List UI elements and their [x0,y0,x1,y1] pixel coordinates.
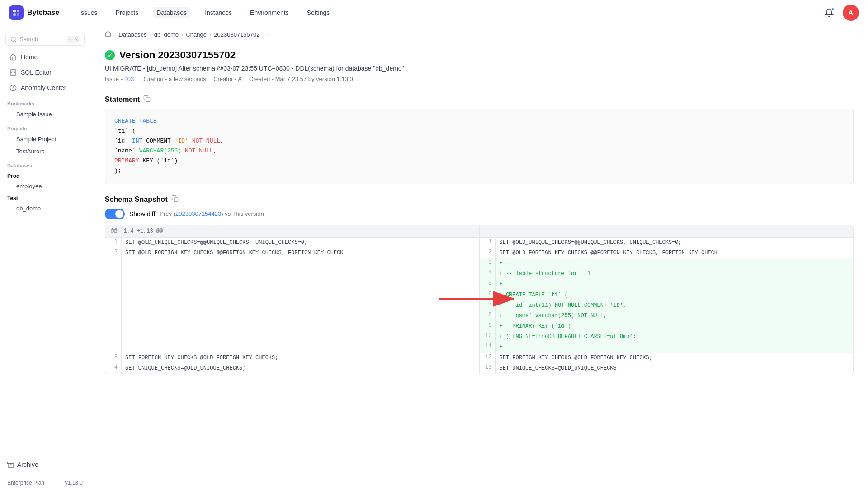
diff-left-line-2: 2 SET @OLD_FOREIGN_KEY_CHECKS=@@FOREIGN_… [105,248,479,258]
sidebar-project-sample[interactable]: Sample Project [2,133,88,145]
search-box[interactable]: Search ⌘ K [5,33,85,46]
breadcrumb-sep-2: › [150,31,151,38]
diff-right-panel: 1 SET @OLD_UNIQUE_CHECKS=@@UNIQUE_CHECKS… [480,225,854,374]
diff-right-line-6: 6 + CREATE TABLE `t1` ( [480,290,854,300]
search-placeholder: Search [19,36,38,43]
issue-label: Issue - 103 [105,76,134,82]
plan-version: v1.13.0 [65,480,83,486]
home-breadcrumb-icon[interactable] [105,31,111,38]
breadcrumb-change[interactable]: Change [186,31,207,38]
schema-snapshot-header: Schema Snapshot [105,195,854,204]
breadcrumb-db-demo[interactable]: db_demo [154,31,179,38]
sidebar-home-label: Home [21,53,38,61]
nav-databases[interactable]: Databases [153,7,190,18]
user-avatar[interactable]: A [843,5,859,21]
diff-right-line-8: 8 + `name` varchar(255) NOT NULL, [480,311,854,321]
sidebar-anomaly-label: Anomaly Center [21,84,66,91]
schema-snapshot-title: Schema Snapshot [105,195,168,204]
main-content: › Databases › db_demo › Change › 2023030… [90,25,868,495]
diff-right-line-13: 13 SET UNIQUE_CHECKS=@OLD_UNIQUE_CHECKS; [480,363,854,374]
breadcrumb-version: 20230307155702 [214,31,259,38]
nav-instances[interactable]: Instances [201,7,236,18]
svg-rect-2 [13,13,16,16]
sidebar-db-db-demo[interactable]: db_demo [2,203,88,214]
svg-rect-3 [17,13,19,16]
notification-dot [831,7,835,11]
page-header: Version 20230307155702 UI MIGRATE - [db_… [105,49,854,95]
diff-left-line-3: 3 SET FOREIGN_KEY_CHECKS=@OLD_FOREIGN_KE… [105,353,479,363]
diff-left-empty-8 [105,311,479,321]
sidebar-item-home[interactable]: Home [2,50,88,64]
diff-prev-text: Prev (20230307154423) vs This version [160,210,264,217]
svg-rect-5 [10,70,16,75]
logo-icon [9,5,24,20]
db-group-prod: Prod [0,170,90,180]
breadcrumb-sep-4: › [209,31,211,38]
sidebar-item-anomaly-center[interactable]: Anomaly Center [2,81,88,95]
sidebar-archive[interactable]: Archive [0,456,90,474]
copy-statement-icon[interactable] [143,95,151,104]
vs-label: vs This version [225,210,264,217]
page-meta: Issue - 103 Duration - a few seconds Cre… [105,76,854,82]
svg-point-4 [11,37,15,41]
statement-code-block: CREATE TABLE `t1` ( `id` INT COMMENT 'ID… [105,109,854,184]
nav-projects[interactable]: Projects [112,7,142,18]
diff-left-empty-5 [105,279,479,290]
db-group-test: Test [0,192,90,202]
nav-settings[interactable]: Settings [303,7,334,18]
anomaly-icon [9,84,17,92]
page-subtitle: UI MIGRATE - [db_demo] Alter schema @03-… [105,65,854,72]
prev-version-link[interactable]: 20230307154423 [175,210,221,217]
copy-schema-icon[interactable] [171,195,179,204]
nav-right: A [821,5,859,21]
sidebar-bookmark-sample-issue[interactable]: Sample Issue [2,109,88,120]
diff-left-empty-3 [105,258,479,269]
nav-issues[interactable]: Issues [75,7,101,18]
diff-controls: Show diff Prev (20230307154423) vs This … [105,209,854,219]
topnav: Bytebase Issues Projects Databases Insta… [0,0,868,25]
diff-right-line-5: 5 + -- [480,279,854,290]
diff-left-line-4: 4 SET UNIQUE_CHECKS=@OLD_UNIQUE_CHECKS; [105,363,479,374]
content-area: Version 20230307155702 UI MIGRATE - [db_… [90,42,868,400]
favorite-star-icon[interactable]: ☆ [264,31,270,38]
statement-header: Statement [105,95,854,104]
version-title-row: Version 20230307155702 [105,49,854,61]
svg-rect-0 [13,10,16,12]
statement-title: Statement [105,95,140,104]
logo[interactable]: Bytebase [9,5,59,20]
diff-left-empty-4 [105,269,479,279]
diff-right-line-10: 10 + ) ENGINE=InnoDB DEFAULT CHARSET=utf… [480,332,854,342]
code-create-table: CREATE TABLE [114,118,157,124]
diff-left-line-1: 1 SET @OLD_UNIQUE_CHECKS=@@UNIQUE_CHECKS… [105,238,479,248]
search-shortcut: ⌘ K [67,36,80,43]
status-icon [105,50,115,60]
sidebar-sql-label: SQL Editor [21,69,52,76]
breadcrumb-sep-1: › [114,31,116,38]
bookmarks-label: Bookmarks [0,97,90,108]
breadcrumb-sep-3: › [181,31,183,38]
sidebar-item-sql-editor[interactable]: SQL Editor [2,65,88,80]
diff-left-empty-11 [105,342,479,352]
projects-label: Projects [0,122,90,133]
diff-left-empty-6 [105,290,479,300]
diff-right-line-12: 12 SET FOREIGN_KEY_CHECKS=@OLD_FOREIGN_K… [480,353,854,363]
sidebar-db-employee[interactable]: employee [2,181,88,192]
issue-link[interactable]: 103 [124,76,134,82]
breadcrumb-databases[interactable]: Databases [118,31,146,38]
diff-left-empty-10 [105,332,479,342]
prev-label: Prev [160,210,172,217]
sidebar-bottom: Enterprise Plan v1.13.0 [0,474,90,491]
show-diff-toggle[interactable] [105,209,125,219]
notifications-button[interactable] [821,5,837,21]
sidebar-project-testaurora[interactable]: TestAurora [2,146,88,157]
nav-environments[interactable]: Environments [246,7,292,18]
diff-right-line-11: 11 + [480,342,854,352]
diff-right-line-7: 7 + `id` int(11) NOT NULL COMMENT 'ID', [480,300,854,311]
schema-snapshot-section: Schema Snapshot Show diff Prev (2023030 [105,195,854,374]
breadcrumb: › Databases › db_demo › Change › 2023030… [90,25,868,42]
diff-right-line-1: 1 SET @OLD_UNIQUE_CHECKS=@@UNIQUE_CHECKS… [480,238,854,248]
diff-right-line-4: 4 + -- Table structure for `t1` [480,269,854,279]
plan-label: Enterprise Plan [7,480,44,486]
created-meta: Created - Mar 7 23:57 by version 1.13.0 [249,76,353,82]
diff-right-line-2: 2 SET @OLD_FOREIGN_KEY_CHECKS=@@FOREIGN_… [480,248,854,258]
